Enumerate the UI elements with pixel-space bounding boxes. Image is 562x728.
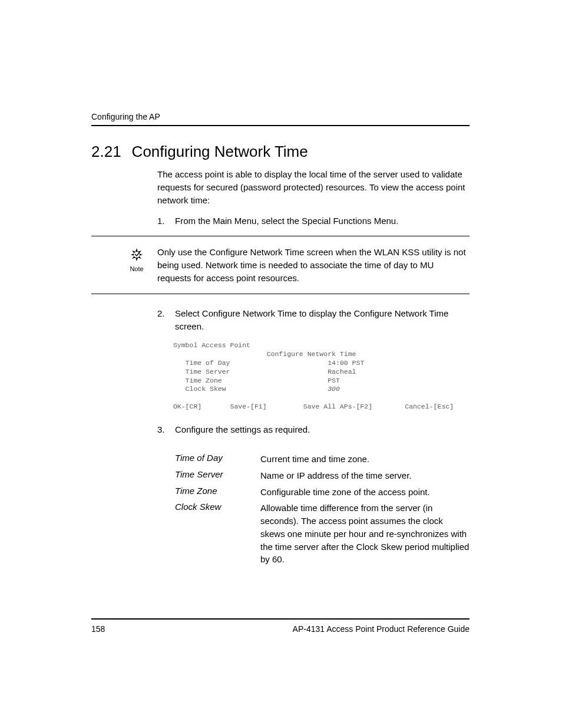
settings-label: Time of Day — [175, 453, 260, 466]
step-text: Select Configure Network Time to display… — [175, 307, 470, 333]
separator-rule — [91, 236, 470, 236]
svg-point-0 — [134, 252, 140, 258]
settings-row-time-zone: Time Zone Configurable time zone of the … — [175, 486, 470, 499]
section-number: 2.21 — [91, 143, 121, 161]
step-2: 2. Select Configure Network Time to disp… — [157, 307, 470, 333]
note-text: Only use the Configure Network Time scre… — [157, 246, 470, 284]
running-head: Configuring the AP — [91, 112, 470, 121]
intro-paragraph: The access point is able to display the … — [157, 168, 470, 206]
section-title: 2.21 Configuring Network Time — [91, 143, 470, 161]
header-rule — [91, 125, 470, 126]
page-footer: 158 AP-4131 Access Point Product Referen… — [91, 618, 470, 634]
step-marker: 3. — [157, 423, 175, 436]
settings-row-clock-skew: Clock Skew Allowable time difference fro… — [175, 502, 470, 566]
step-text: From the Main Menu, select the Special F… — [175, 215, 398, 228]
note-icon — [127, 246, 147, 264]
note-block: Note Only use the Configure Network Time… — [91, 246, 470, 284]
settings-desc: Name or IP address of the time server. — [260, 469, 470, 482]
settings-desc: Current time and time zone. — [260, 453, 470, 466]
step-3: 3. Configure the settings as required. — [157, 423, 470, 436]
terminal-screen: Symbol Access Point Configure Network Ti… — [169, 341, 470, 412]
footer-rule — [91, 618, 470, 620]
doc-title: AP-4131 Access Point Product Reference G… — [293, 624, 470, 634]
step-marker: 1. — [157, 215, 175, 228]
settings-desc: Configurable time zone of the access poi… — [260, 486, 470, 499]
page: Configuring the AP 2.21 Configuring Netw… — [0, 0, 562, 728]
settings-row-time-server: Time Server Name or IP address of the ti… — [175, 469, 470, 482]
settings-desc: Allowable time difference from the serve… — [260, 502, 470, 566]
step-1: 1. From the Main Menu, select the Specia… — [157, 215, 470, 228]
note-label: Note — [130, 265, 143, 272]
settings-row-time-of-day: Time of Day Current time and time zone. — [175, 453, 470, 466]
step-text: Configure the settings as required. — [175, 423, 310, 436]
settings-label: Time Server — [175, 469, 260, 482]
settings-table: Time of Day Current time and time zone. … — [175, 453, 470, 566]
section-title-text: Configuring Network Time — [132, 143, 308, 161]
separator-rule — [91, 294, 470, 294]
settings-label: Clock Skew — [175, 502, 260, 566]
step-marker: 2. — [157, 307, 175, 333]
settings-label: Time Zone — [175, 486, 260, 499]
page-number: 158 — [91, 624, 105, 634]
